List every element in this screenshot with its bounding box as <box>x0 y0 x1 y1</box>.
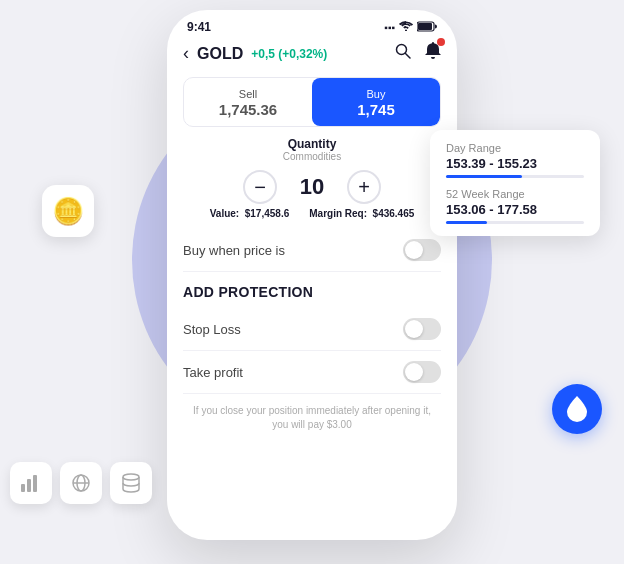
chart-icon-box[interactable] <box>10 462 52 504</box>
take-profit-row: Take profit <box>183 351 441 394</box>
decrement-button[interactable]: − <box>243 170 277 204</box>
tab-sell[interactable]: Sell 1,745.36 <box>184 78 312 126</box>
quantity-value: 10 <box>297 174 327 200</box>
quantity-info: Value: $17,458.6 Margin Req: $436.465 <box>183 208 441 219</box>
svg-line-3 <box>406 54 411 59</box>
wifi-icon <box>399 21 413 33</box>
margin-info: Margin Req: $436.465 <box>309 208 414 219</box>
week-range-bar <box>446 221 584 224</box>
take-profit-label: Take profit <box>183 365 243 380</box>
svg-rect-5 <box>27 479 31 492</box>
buy-sell-tabs: Sell 1,745.36 Buy 1,745 <box>183 77 441 127</box>
svg-rect-4 <box>21 484 25 492</box>
stop-loss-row: Stop Loss <box>183 308 441 351</box>
status-icons: ▪▪▪ <box>384 21 437 34</box>
status-bar: 9:41 ▪▪▪ <box>167 10 457 38</box>
header: ‹ GOLD +0,5 (+0,32%) <box>167 38 457 73</box>
asset-title: GOLD <box>197 45 243 63</box>
week-range-row: 52 Week Range 153.06 - 177.58 <box>446 188 584 224</box>
search-icon[interactable] <box>395 43 411 64</box>
buy-when-price-toggle[interactable] <box>403 239 441 261</box>
battery-icon <box>417 21 437 34</box>
add-protection-title: ADD PROTECTION <box>183 272 441 308</box>
database-icon-box[interactable] <box>110 462 152 504</box>
day-range-value: 153.39 - 155.23 <box>446 156 584 171</box>
day-range-bar-fill <box>446 175 522 178</box>
notification-bell-icon[interactable] <box>425 42 441 65</box>
value-info: Value: $17,458.6 <box>210 208 290 219</box>
header-actions <box>395 42 441 65</box>
increment-button[interactable]: + <box>347 170 381 204</box>
day-range-label: Day Range <box>446 142 584 154</box>
quantity-section: Quantity Commodities − 10 + Value: $17,4… <box>183 137 441 219</box>
droplet-icon-box[interactable] <box>552 384 602 434</box>
phone-frame: 9:41 ▪▪▪ ‹ GOLD +0,5 (+0,32%) <box>167 10 457 540</box>
quantity-control: − 10 + <box>183 170 441 204</box>
asset-change: +0,5 (+0,32%) <box>251 47 327 61</box>
buy-when-price-row: Buy when price is <box>183 229 441 272</box>
quantity-sublabel: Commodities <box>183 151 441 162</box>
week-range-value: 153.06 - 177.58 <box>446 202 584 217</box>
tab-buy[interactable]: Buy 1,745 <box>312 78 440 126</box>
gold-commodity-icon: 🪙 <box>42 185 94 237</box>
content-area: Quantity Commodities − 10 + Value: $17,4… <box>167 137 457 540</box>
stop-loss-toggle[interactable] <box>403 318 441 340</box>
scene: 🪙 9:41 ▪▪▪ ‹ GOLD +0,5 (+0,32%) <box>0 0 624 564</box>
signal-bars-icon: ▪▪▪ <box>384 22 395 33</box>
left-icon-group <box>10 462 152 504</box>
svg-rect-1 <box>418 23 432 30</box>
buy-when-price-label: Buy when price is <box>183 243 285 258</box>
info-card: Day Range 153.39 - 155.23 52 Week Range … <box>430 130 600 236</box>
svg-point-10 <box>123 474 139 480</box>
stop-loss-label: Stop Loss <box>183 322 241 337</box>
notification-badge <box>437 38 445 46</box>
footer-note: If you close your position immediately a… <box>183 394 441 440</box>
status-time: 9:41 <box>187 20 211 34</box>
quantity-label: Quantity <box>183 137 441 151</box>
week-range-bar-fill <box>446 221 487 224</box>
day-range-row: Day Range 153.39 - 155.23 <box>446 142 584 178</box>
network-icon-box[interactable] <box>60 462 102 504</box>
day-range-bar <box>446 175 584 178</box>
back-button[interactable]: ‹ <box>183 43 189 64</box>
svg-rect-6 <box>33 475 37 492</box>
take-profit-toggle[interactable] <box>403 361 441 383</box>
week-range-label: 52 Week Range <box>446 188 584 200</box>
